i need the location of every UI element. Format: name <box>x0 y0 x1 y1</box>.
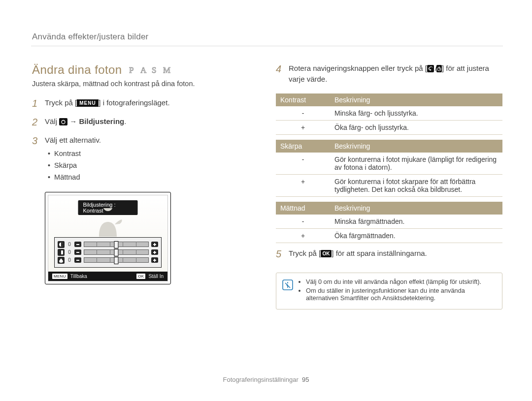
table-kontrast: KontrastBeskrivning -Minska färg- och lj… <box>276 93 502 135</box>
cell-symbol: - <box>276 106 330 121</box>
slider-track <box>84 242 149 247</box>
camera-screen: Bildjustering : Kontrast 0 0 <box>45 192 171 284</box>
svg-rect-10 <box>76 244 79 245</box>
menu-key-icon: MENU <box>52 274 67 279</box>
cell-symbol: + <box>276 120 330 134</box>
mode-m-icon: M <box>163 66 173 74</box>
bullet-mattnad: Mättnad <box>48 172 101 183</box>
page-title: Ändra dina foton P A S M <box>32 63 239 77</box>
table-row: -Minska färg- och ljusstyrka. <box>276 106 502 121</box>
svg-rect-21 <box>427 65 434 72</box>
subtitle: Justera skärpa, mättnad och kontrast på … <box>32 80 239 88</box>
page-title-text: Ändra dina foton <box>32 63 122 77</box>
cell-symbol: - <box>276 153 330 175</box>
slider-panel: 0 0 0 <box>54 237 162 268</box>
cell-desc: Öka färg- och ljusstyrka. <box>330 120 502 134</box>
mode-icons: P A S M <box>129 66 173 74</box>
svg-rect-18 <box>76 260 79 261</box>
step-number: 5 <box>276 248 284 260</box>
footer-section: Fotograferingsinställningar <box>223 376 299 383</box>
table-row: +Gör konturerna i fotot skarpare för att… <box>276 174 502 196</box>
step-4-pre: Rotera navigeringsknappen eller tryck på… <box>289 64 427 72</box>
mode-s-icon: S <box>152 66 160 74</box>
silhouette-graphic <box>78 208 137 237</box>
svg-text:S: S <box>152 66 157 74</box>
svg-point-22 <box>430 69 432 71</box>
th: Kontrast <box>276 93 330 106</box>
sharpness-icon <box>58 249 65 256</box>
svg-text:MENU: MENU <box>80 100 96 106</box>
left-column: Ändra dina foton P A S M Justera skärpa,… <box>32 63 239 284</box>
note-box: Välj 0 om du inte vill använda någon eff… <box>276 273 502 309</box>
step-5-post: ] för att spara inställningarna. <box>332 249 427 257</box>
svg-text:OK: OK <box>323 251 331 256</box>
cell-desc: Minska färgmättnaden. <box>330 215 502 229</box>
slider-saturation: 0 <box>58 257 158 264</box>
svg-text:A: A <box>140 66 147 74</box>
svg-rect-14 <box>59 250 61 254</box>
step-3-text: Välj ett alternativ. <box>45 136 101 144</box>
slider-value: 0 <box>67 242 72 247</box>
step-number: 3 <box>32 135 40 147</box>
contrast-icon <box>58 241 65 248</box>
cell-desc: Minska färg- och ljusstyrka. <box>330 106 502 121</box>
mode-a-icon: A <box>140 66 149 74</box>
table-mattnad: MättnadBeskrivning -Minska färgmättnaden… <box>276 202 502 243</box>
table-row: -Minska färgmättnaden. <box>276 215 502 229</box>
cell-symbol: - <box>276 215 330 229</box>
lcd-footer: MENUTillbaka OKStäll In <box>48 272 167 281</box>
cell-desc: Gör konturerna i fotot mjukare (lämpligt… <box>330 153 502 175</box>
table-row: -Gör konturerna i fotot mjukare (lämplig… <box>276 153 502 175</box>
slider-track <box>84 257 149 263</box>
note-item: Om du ställer in justeringsfunktioner ka… <box>306 287 495 302</box>
plus-icon <box>151 257 158 263</box>
camera-icon <box>59 118 67 125</box>
svg-text:P: P <box>129 66 134 74</box>
minus-icon <box>74 242 81 247</box>
step-1-text-post: ] i fotograferingsläget. <box>99 98 169 107</box>
cell-symbol: + <box>276 228 330 243</box>
slider-contrast: 0 <box>58 241 158 248</box>
ok-icon: OK <box>321 250 332 257</box>
footer-page-number: 95 <box>302 376 309 383</box>
step-2-text-pre: Välj <box>45 117 59 125</box>
step-3: 3 Välj ett alternativ. Kontrast Skärpa M… <box>32 135 239 184</box>
svg-rect-15 <box>76 252 79 253</box>
th: Mättnad <box>276 202 330 215</box>
slider-value: 0 <box>67 249 72 255</box>
menu-icon: MENU <box>77 99 99 107</box>
step-1: 1 Tryck på [MENU] i fotograferingsläget. <box>32 97 239 109</box>
note-item: Välj 0 om du inte vill använda någon eff… <box>306 278 495 285</box>
breadcrumb: Använda effekter/justera bilder <box>32 32 148 42</box>
right-column: 4 Rotera navigeringsknappen eller tryck … <box>276 63 502 309</box>
note-icon <box>282 279 293 290</box>
cell-symbol: + <box>276 174 330 196</box>
divider <box>31 46 503 46</box>
step-2-tail: . <box>124 117 126 125</box>
macro-timer-icon: / <box>427 65 442 72</box>
lcd-set-label: Ställ In <box>148 274 164 279</box>
slider-track <box>84 249 149 255</box>
th: Beskrivning <box>330 202 502 215</box>
ok-key-icon: OK <box>136 274 145 279</box>
cell-desc: Öka färgmättnaden. <box>330 228 502 243</box>
table-row: +Öka färg- och ljusstyrka. <box>276 120 502 134</box>
page-footer: Fotograferingsinställningar 95 <box>0 376 532 383</box>
minus-icon <box>74 249 81 255</box>
svg-rect-6 <box>59 118 67 125</box>
step-number: 1 <box>32 97 40 109</box>
step-number: 2 <box>32 116 40 128</box>
svg-rect-12 <box>154 243 155 246</box>
slider-value: 0 <box>67 257 72 263</box>
step-5-pre: Tryck på [ <box>289 249 321 257</box>
step-5: 5 Tryck på [OK] för att spara inställnin… <box>276 248 502 260</box>
th: Skärpa <box>276 140 330 153</box>
step-2: 2 Välj → Bildjustering. <box>32 116 239 128</box>
saturation-icon <box>58 257 65 264</box>
svg-rect-7 <box>61 119 63 120</box>
minus-icon <box>74 257 81 263</box>
table-row: +Öka färgmättnaden. <box>276 228 502 243</box>
slider-sharpness: 0 <box>58 249 158 256</box>
svg-text:M: M <box>163 66 171 74</box>
plus-icon <box>151 249 158 255</box>
